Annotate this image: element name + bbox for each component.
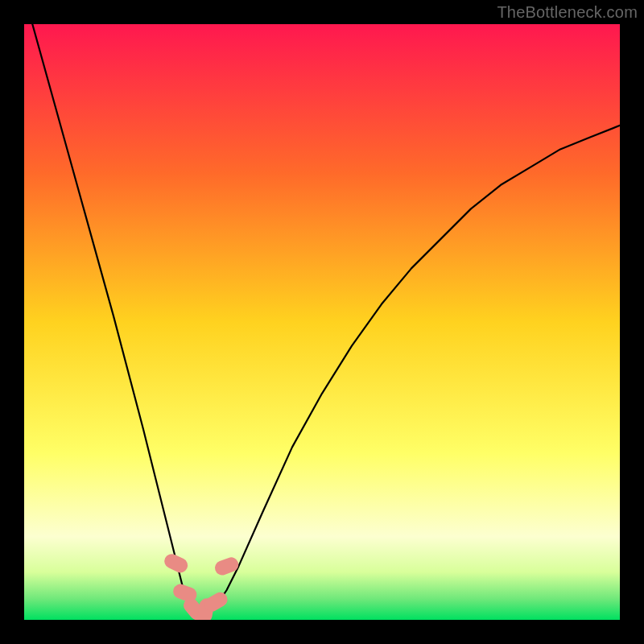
- chart-frame: TheBottleneck.com: [0, 0, 644, 644]
- watermark-text: TheBottleneck.com: [497, 3, 638, 22]
- plot-area: [24, 24, 620, 620]
- gradient-background: [24, 24, 620, 620]
- chart-svg: [24, 24, 620, 620]
